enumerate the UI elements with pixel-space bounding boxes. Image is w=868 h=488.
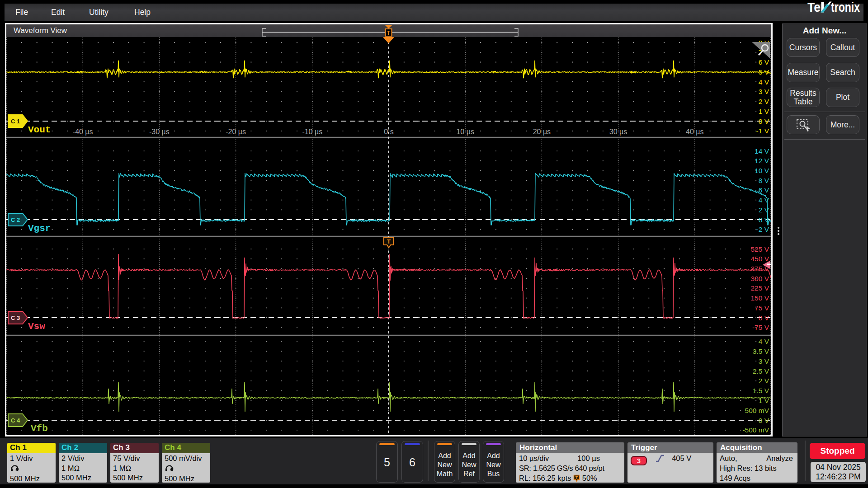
svg-text:Vgsr: Vgsr [28,223,51,234]
svg-text:5 V: 5 V [759,68,769,76]
svg-text:-75 V: -75 V [752,324,769,331]
svg-text:4 V: 4 V [759,196,769,204]
svg-text:Vfb: Vfb [31,423,48,434]
svg-text:500 mV: 500 mV [745,407,769,414]
svg-text:0 V: 0 V [759,216,769,224]
svg-text:150 V: 150 V [750,294,769,302]
svg-text:Vsw: Vsw [28,321,45,332]
svg-text:-40 µs: -40 µs [73,128,93,136]
svg-text:8 V: 8 V [759,177,769,184]
svg-text:-10 µs: -10 µs [302,128,322,136]
svg-text:1 V: 1 V [759,108,769,115]
svg-text:225 V: 225 V [750,284,769,292]
svg-text:75 V: 75 V [755,304,769,312]
svg-text:450 V: 450 V [750,255,769,263]
svg-text:2 V: 2 V [759,206,769,214]
svg-text:1 V: 1 V [759,397,769,404]
svg-text:3.5 V: 3.5 V [753,347,769,355]
svg-text:C 1: C 1 [11,118,20,125]
svg-text:T: T [576,475,578,480]
svg-text:30 µs: 30 µs [609,128,627,136]
svg-text:T: T [387,238,391,245]
svg-text:40 µs: 40 µs [686,128,703,136]
svg-text:2.5 V: 2.5 V [753,367,769,375]
svg-text:T: T [387,30,391,36]
svg-text:10 µs: 10 µs [456,128,474,136]
svg-text:C 3: C 3 [11,314,20,321]
svg-text:C 4: C 4 [11,417,20,424]
svg-text:1.5 V: 1.5 V [753,387,769,394]
svg-text:2 V: 2 V [759,98,769,105]
svg-text:-500 mV: -500 mV [742,426,769,434]
svg-text:-1 V: -1 V [756,127,769,135]
svg-text:12 V: 12 V [755,157,769,164]
svg-text:0 V: 0 V [759,117,769,125]
svg-text:-30 µs: -30 µs [149,128,170,136]
svg-text:3 V: 3 V [759,357,769,365]
svg-text:300 V: 300 V [750,275,769,282]
svg-text:2 V: 2 V [759,377,769,385]
svg-text:0 V: 0 V [759,314,769,322]
svg-text:Te: Te [807,1,821,14]
svg-text:525 V: 525 V [750,245,769,253]
svg-text:6 V: 6 V [759,186,769,194]
svg-text:-20 µs: -20 µs [226,128,246,136]
svg-text:4 V: 4 V [759,338,769,345]
svg-text:Vout: Vout [28,125,51,135]
svg-text:tronix: tronix [831,1,860,14]
svg-text:3 V: 3 V [759,88,769,95]
svg-text:14 V: 14 V [755,147,769,155]
svg-text:-2 V: -2 V [756,225,769,233]
svg-text:0 V: 0 V [759,417,769,424]
svg-text:10 V: 10 V [755,167,769,174]
svg-text:4 V: 4 V [759,78,769,86]
svg-text:20 µs: 20 µs [533,128,551,136]
svg-text:6 V: 6 V [759,58,769,66]
svg-text:C 2: C 2 [11,216,20,223]
